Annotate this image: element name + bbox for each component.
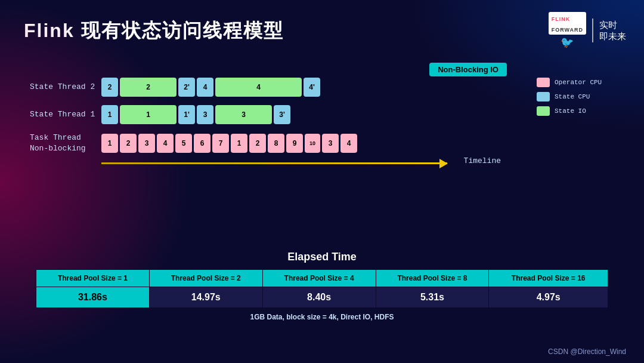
block: 1: [101, 105, 118, 124]
val-8: 5.31s: [376, 287, 489, 308]
block: 1: [231, 134, 247, 153]
block: 4: [215, 78, 302, 97]
page-title: Flink 现有状态访问线程模型: [24, 18, 620, 44]
thread-diagram: Operator CPU State CPU State IO State Th…: [30, 78, 614, 164]
col-header-4: Thread Pool Size = 4: [262, 270, 376, 287]
val-2: 14.97s: [149, 287, 262, 308]
block: 10: [305, 134, 320, 153]
state-thread-1-row: State Thread 1 1 1 1' 3 3 3': [30, 105, 614, 124]
block: 4: [157, 134, 174, 153]
block: 2: [101, 78, 118, 97]
block: 8: [268, 134, 284, 153]
block: 3: [138, 134, 155, 153]
elapsed-title: Elapsed Time: [36, 251, 608, 263]
block: 4: [197, 78, 213, 97]
task-thread-label: Task ThreadNon-blocking: [30, 133, 101, 154]
block: 1: [101, 134, 118, 153]
csdn-credit: CSDN @Direction_Wind: [548, 347, 626, 356]
state-thread-2-blocks: 2 2 2' 4 4 4': [101, 78, 614, 97]
elapsed-data-row: 31.86s 14.97s 8.40s 5.31s 4.97s: [36, 287, 608, 308]
state-thread-1-blocks: 1 1 1' 3 3 3': [101, 105, 614, 124]
block: 1: [120, 105, 177, 124]
timeline-row: Timeline: [30, 162, 614, 164]
logo-forward: FORWARD: [552, 27, 583, 33]
val-1: 31.86s: [36, 287, 150, 308]
block: 4': [304, 78, 320, 97]
logo-area: FLINK FORWARD 🐦 实时即未来: [549, 12, 626, 49]
elapsed-table: Thread Pool Size = 1 Thread Pool Size = …: [36, 269, 608, 308]
timeline-label: Timeline: [464, 156, 501, 165]
val-4: 8.40s: [262, 287, 376, 308]
block: 7: [212, 134, 229, 153]
logo-divider: [592, 19, 593, 42]
elapsed-section: Elapsed Time Thread Pool Size = 1 Thread…: [36, 251, 608, 321]
state-thread-1-label: State Thread 1: [30, 110, 101, 120]
val-16: 4.97s: [489, 287, 608, 308]
task-thread-row: Task ThreadNon-blocking 1 2 3 4 5 6 7 1 …: [30, 133, 614, 154]
col-header-16: Thread Pool Size = 16: [489, 270, 608, 287]
task-thread-blocks: 1 2 3 4 5 6 7 1 2 8 9 10 3 4: [101, 134, 614, 153]
block: 3: [322, 134, 339, 153]
slide: FLINK FORWARD 🐦 实时即未来 Flink 现有状态访问线程模型 N…: [0, 0, 644, 363]
block: 3: [215, 105, 272, 124]
block: 6: [194, 134, 210, 153]
block: 5: [175, 134, 192, 153]
block: 3': [274, 105, 290, 124]
state-thread-2-label: State Thread 2: [30, 82, 101, 93]
block: 3: [197, 105, 213, 124]
elapsed-header-row: Thread Pool Size = 1 Thread Pool Size = …: [36, 270, 608, 287]
footnote: 1GB Data, block size = 4k, Direct IO, HD…: [36, 313, 608, 321]
block: 4: [340, 134, 357, 153]
col-header-8: Thread Pool Size = 8: [376, 270, 489, 287]
col-header-1: Thread Pool Size = 1: [36, 270, 150, 287]
nonblocking-badge: Non-Blocking IO: [429, 63, 507, 76]
block: 2: [249, 134, 266, 153]
block: 2: [120, 134, 137, 153]
block: 2: [120, 78, 177, 97]
timeline-arrow: Timeline: [101, 162, 447, 164]
block: 1': [178, 105, 195, 124]
state-thread-2-row: State Thread 2 2 2 2' 4 4 4': [30, 78, 614, 97]
col-header-2: Thread Pool Size = 2: [149, 270, 262, 287]
logo-flink: FLINK: [552, 16, 571, 22]
logo-chinese: 实时即未来: [599, 19, 626, 42]
logo-bird-icon: 🐦: [561, 36, 574, 49]
block: 9: [286, 134, 303, 153]
block: 2': [178, 78, 195, 97]
